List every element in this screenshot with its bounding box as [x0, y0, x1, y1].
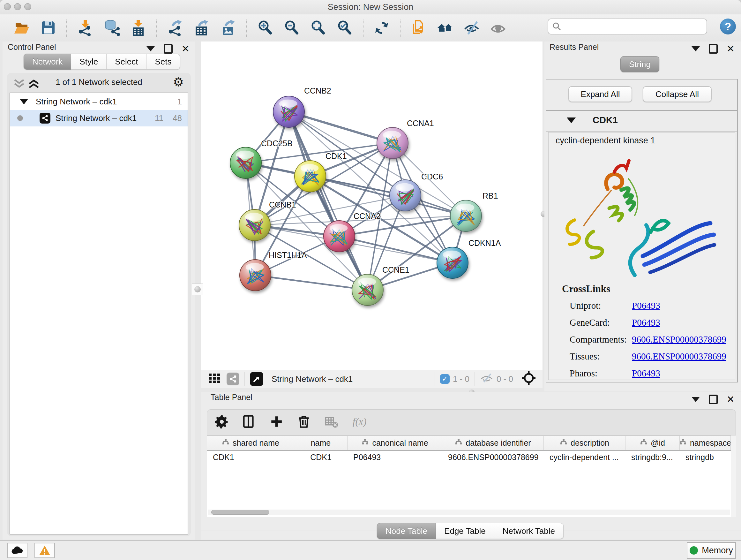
first-neighbors-icon[interactable] [437, 19, 454, 36]
panel-float-icon[interactable] [709, 44, 718, 54]
column-header-namespace[interactable]: namespace [680, 436, 731, 450]
import-table-icon[interactable] [130, 19, 146, 36]
tab-string[interactable]: String [620, 56, 659, 72]
table-cell[interactable]: P06493 [347, 450, 442, 464]
network-graph[interactable]: CCNB2CCNA1CDC25BCDK1CDC6RB1CCNB1CCNA2CDK… [201, 42, 542, 370]
table-row[interactable]: CDK1CDK1P064939606.ENSP00000378699cyclin… [207, 450, 736, 464]
left-splitter-handle[interactable] [192, 284, 203, 295]
crosslink-link[interactable]: P06493 [632, 317, 660, 328]
cloud-status-button[interactable] [7, 543, 27, 558]
collapse-all-button[interactable]: Collapse All [643, 86, 712, 102]
crosslink-link[interactable]: 9606.ENSP00000378699 [632, 351, 726, 362]
table-cell[interactable]: CDK1 [207, 450, 294, 464]
section-expander-icon[interactable] [567, 118, 576, 123]
copy-network-icon[interactable] [410, 19, 427, 36]
memory-button[interactable]: Memory [687, 542, 736, 559]
network-node-CDK1[interactable]: CDK1 [294, 152, 347, 192]
network-node-CCNB1[interactable]: CCNB1 [239, 200, 296, 241]
open-session-icon[interactable] [13, 19, 30, 36]
zoom-selected-icon[interactable] [336, 19, 353, 36]
network-canvas[interactable]: CCNB2CCNA1CDC25BCDK1CDC6RB1CCNB1CCNA2CDK… [201, 42, 542, 370]
table-vertical-scrollbar[interactable] [731, 435, 736, 517]
network-node-CCNA1[interactable]: CCNA1 [377, 119, 434, 159]
panel-collapse-icon[interactable] [146, 46, 155, 51]
show-graphics-details-icon[interactable] [490, 19, 507, 36]
column-header-database-identifier[interactable]: database identifier [442, 436, 544, 450]
refresh-layout-icon[interactable] [374, 19, 390, 36]
birdseye-view-icon[interactable] [522, 371, 536, 388]
column-header-name[interactable]: name [294, 436, 347, 450]
table-cell[interactable]: stringdb:9... [625, 450, 680, 464]
table-cell[interactable]: 9606.ENSP00000378699 [442, 450, 544, 464]
grid-view-icon[interactable] [208, 372, 221, 387]
column-header-canonical-name[interactable]: canonical name [347, 436, 442, 450]
export-image-icon[interactable] [220, 19, 237, 36]
tab-select[interactable]: Select [107, 54, 146, 70]
tab-sets[interactable]: Sets [146, 54, 180, 70]
save-session-icon[interactable] [40, 19, 57, 36]
delete-column-icon[interactable] [297, 415, 311, 430]
network-edge[interactable] [289, 112, 393, 143]
network-node-CDC25B[interactable]: CDC25B [230, 139, 293, 179]
export-network-icon[interactable] [167, 19, 184, 36]
network-node-count: 11 [155, 113, 163, 123]
panel-float-icon[interactable] [164, 44, 173, 54]
panel-float-icon[interactable] [709, 395, 718, 404]
network-node-CDKN1A[interactable]: CDKN1A [437, 239, 501, 278]
hidden-items-eye-icon[interactable] [480, 373, 493, 386]
create-column-icon[interactable] [270, 415, 284, 430]
column-header-description[interactable]: description [544, 436, 625, 450]
column-header-shared-name[interactable]: shared name [207, 436, 294, 450]
panel-collapse-icon[interactable] [691, 397, 700, 402]
panel-close-icon[interactable]: ✕ [182, 45, 190, 52]
tab-edge-table[interactable]: Edge Table [436, 523, 494, 539]
table-horizontal-scrollbar[interactable] [208, 509, 730, 515]
network-edge[interactable] [289, 112, 367, 290]
tab-style[interactable]: Style [71, 54, 107, 70]
column-header--id[interactable]: @id [625, 436, 680, 450]
protein-header-row[interactable]: CDK1 [546, 111, 737, 132]
panel-close-icon[interactable]: ✕ [727, 396, 735, 403]
tab-network[interactable]: Network [23, 54, 71, 70]
share-view-icon[interactable] [226, 373, 239, 385]
selected-items-checkbox-icon[interactable]: ✓ [440, 374, 450, 384]
network-edge[interactable] [339, 236, 453, 263]
export-table-icon[interactable] [193, 19, 210, 36]
scrollbar-thumb[interactable] [211, 510, 269, 515]
hide-graphics-details-icon[interactable] [463, 19, 480, 36]
panel-close-icon[interactable]: ✕ [727, 45, 735, 52]
crosslink-link[interactable]: P06493 [632, 368, 660, 379]
network-node-RB1[interactable]: RB1 [450, 191, 498, 232]
show-column-icon[interactable] [242, 415, 256, 430]
expand-all-button[interactable]: Expand All [568, 86, 632, 102]
network-node-HIST1H1A[interactable]: HIST1H1A [240, 251, 307, 291]
help-button[interactable]: ? [720, 18, 736, 35]
table-cell[interactable]: CDK1 [294, 450, 347, 464]
import-network-icon[interactable] [77, 19, 93, 36]
panel-collapse-icon[interactable] [691, 46, 700, 51]
external-window-icon[interactable] [250, 372, 263, 386]
tab-network-table[interactable]: Network Table [494, 523, 563, 539]
network-edge[interactable] [255, 275, 367, 290]
network-row[interactable]: String Network – cdk1 11 48 [10, 110, 188, 126]
zoom-out-icon[interactable] [283, 19, 300, 36]
table-settings-icon[interactable] [215, 415, 229, 430]
zoom-fit-icon[interactable] [310, 19, 327, 36]
results-panel-tabs: String [620, 56, 659, 72]
crosslink-row: Tissues:9606.ENSP00000378699 [569, 348, 729, 365]
network-node-CCNE1[interactable]: CCNE1 [352, 265, 409, 306]
warning-status-button[interactable] [35, 543, 55, 558]
import-network-database-icon[interactable] [104, 19, 120, 36]
tab-node-table[interactable]: Node Table [377, 523, 436, 539]
crosslink-link[interactable]: P06493 [632, 300, 660, 311]
protein-result-box: CDK1 cyclin-dependent kinase 1 CrossLink… [546, 111, 738, 382]
zoom-in-icon[interactable] [257, 19, 273, 36]
tree-expander-icon[interactable] [20, 99, 28, 105]
crosslink-link[interactable]: 9606.ENSP00000378699 [632, 334, 726, 345]
search-field[interactable] [548, 18, 707, 35]
search-input[interactable] [562, 22, 700, 32]
network-options-gear-icon[interactable]: ⚙ [173, 76, 184, 88]
table-cell[interactable]: cyclin-dependent ... [544, 450, 625, 464]
table-cell[interactable]: stringdb [680, 450, 731, 464]
network-collection-row[interactable]: String Network – cdk1 1 [10, 93, 188, 110]
